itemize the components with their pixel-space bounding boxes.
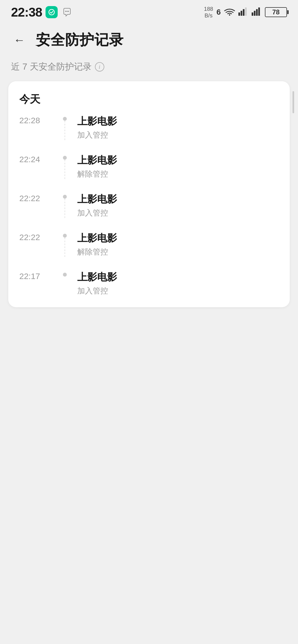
item-action: 加入管控 [77, 286, 279, 296]
timeline-line [65, 121, 65, 140]
item-app-name: 上影电影 [77, 232, 279, 245]
svg-rect-9 [252, 12, 253, 16]
card-day-label: 今天 [19, 92, 279, 106]
back-button[interactable]: ← [11, 32, 28, 48]
status-time: 22:38 [11, 5, 42, 20]
svg-rect-6 [241, 11, 242, 16]
timeline-item: 22:22 上影电影 加入管控 [19, 193, 279, 218]
timeline-line [65, 199, 65, 218]
timeline: 22:28 上影电影 加入管控 22:24 上影电影 解除管控 [19, 115, 279, 296]
svg-rect-5 [238, 12, 240, 16]
timeline-line [65, 160, 65, 179]
item-action: 解除管控 [77, 247, 279, 257]
info-icon[interactable]: i [95, 62, 104, 72]
item-app-name: 上影电影 [77, 193, 279, 206]
status-bar: 22:38 188 B/s 6 [0, 0, 298, 22]
item-content: 上影电影 解除管控 [72, 232, 279, 257]
item-app-name: 上影电影 [77, 270, 279, 284]
chat-icon [61, 6, 73, 18]
item-app-name: 上影电影 [77, 115, 279, 128]
wifi-icon [224, 7, 235, 17]
item-action: 加入管控 [77, 208, 279, 218]
svg-point-0 [49, 9, 54, 15]
empty-space [0, 310, 298, 642]
item-time: 22:22 [19, 193, 58, 203]
dot-col [58, 270, 72, 277]
svg-rect-12 [258, 7, 260, 16]
item-content: 上影电影 解除管控 [72, 154, 279, 179]
item-time: 22:22 [19, 232, 58, 242]
timeline-line [65, 238, 65, 257]
records-card: 今天 22:28 上影电影 加入管控 22:24 [8, 81, 290, 307]
item-time: 22:24 [19, 154, 58, 164]
signal-icon-2 [252, 7, 262, 17]
item-content: 上影电影 加入管控 [72, 193, 279, 218]
svg-point-3 [68, 11, 69, 12]
subtitle-bar: 近 7 天安全防护记录 i [0, 55, 298, 78]
timeline-item: 22:28 上影电影 加入管控 [19, 115, 279, 140]
timeline-item: 22:22 上影电影 解除管控 [19, 232, 279, 257]
page-header: ← 安全防护记录 [0, 22, 298, 55]
timeline-dot [63, 156, 67, 160]
svg-rect-11 [256, 9, 258, 16]
timeline-dot [63, 195, 67, 199]
svg-point-2 [66, 11, 68, 12]
svg-point-4 [229, 14, 230, 16]
dot-col [58, 115, 72, 121]
network-speed: 188 B/s [204, 6, 213, 19]
svg-rect-7 [243, 9, 244, 16]
timeline-dot [63, 273, 67, 277]
item-action: 解除管控 [77, 169, 279, 179]
dot-col [58, 232, 72, 238]
app-icon-green [46, 6, 58, 18]
item-action: 加入管控 [77, 130, 279, 140]
subtitle-text: 近 7 天安全防护记录 [11, 61, 92, 73]
item-time: 22:28 [19, 115, 58, 125]
battery-indicator: 78 [265, 7, 287, 17]
timeline-item: 22:24 上影电影 解除管控 [19, 154, 279, 179]
item-content: 上影电影 加入管控 [72, 115, 279, 140]
status-left: 22:38 [11, 5, 73, 20]
back-arrow-icon: ← [14, 33, 25, 47]
svg-rect-10 [254, 11, 256, 16]
dot-col [58, 154, 72, 160]
dot-col [58, 193, 72, 199]
page-title: 安全防护记录 [36, 30, 124, 50]
timeline-dot [63, 117, 67, 121]
timeline-dot [63, 234, 67, 238]
svg-point-1 [65, 11, 66, 12]
svg-rect-8 [245, 7, 247, 16]
signal-icon-1 [238, 7, 248, 17]
item-content: 上影电影 加入管控 [72, 270, 279, 296]
scrollbar-indicator[interactable] [292, 91, 294, 113]
item-app-name: 上影电影 [77, 154, 279, 167]
item-time: 22:17 [19, 270, 58, 281]
timeline-item: 22:17 上影电影 加入管控 [19, 270, 279, 296]
network-type: 6 [216, 8, 221, 17]
status-right: 188 B/s 6 [204, 6, 287, 19]
